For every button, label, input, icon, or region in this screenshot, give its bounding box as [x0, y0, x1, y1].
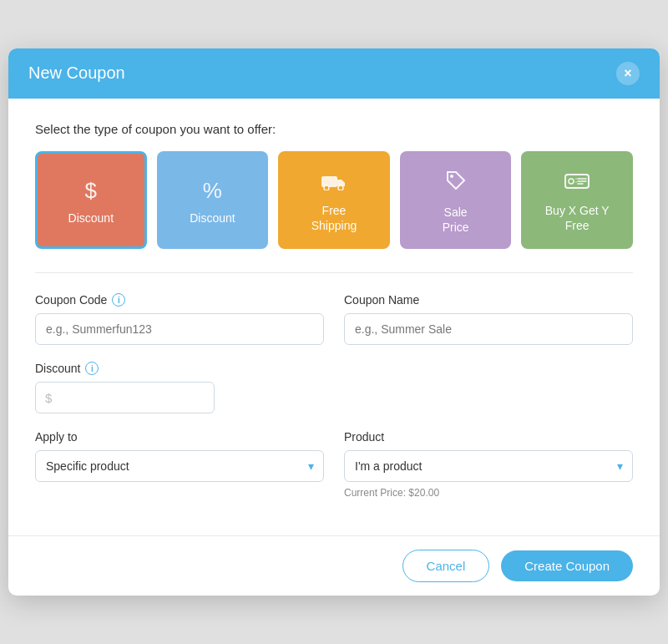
create-coupon-button[interactable]: Create Coupon [501, 550, 633, 581]
card-label-sale: SalePrice [443, 205, 469, 235]
current-price-text: Current Price: $20.00 [344, 487, 633, 499]
coupon-name-label: Coupon Name [344, 293, 633, 307]
coupon-types-row: $ Discount % Discount [35, 151, 633, 249]
discount-label: Discount i [35, 362, 215, 375]
card-label-percent: Discount [190, 210, 235, 226]
shipping-icon [321, 170, 347, 196]
form-row-code-name: Coupon Code i Coupon Name [35, 293, 633, 345]
form-group-coupon-code: Coupon Code i [35, 293, 324, 345]
svg-rect-0 [321, 176, 337, 187]
form-group-apply-to: Apply to Specific product All products S… [35, 430, 324, 499]
cancel-button[interactable]: Cancel [402, 550, 490, 582]
card-label-shipping: FreeShipping [311, 203, 357, 233]
svg-point-2 [338, 185, 343, 190]
coupon-type-card-free-shipping[interactable]: FreeShipping [278, 151, 390, 249]
apply-to-select[interactable]: Specific product All products Specific c… [35, 450, 324, 482]
modal-overlay: New Coupon × Select the type of coupon y… [0, 0, 668, 644]
modal-body: Select the type of coupon you want to of… [8, 99, 660, 535]
coupon-name-input[interactable] [344, 313, 633, 345]
sale-tag-icon [444, 169, 468, 198]
discount-info-icon: i [85, 362, 99, 375]
ticket-icon [564, 170, 590, 196]
svg-point-1 [324, 185, 329, 190]
apply-to-label: Apply to [35, 430, 324, 444]
svg-point-3 [450, 175, 453, 178]
coupon-code-input[interactable] [35, 313, 324, 345]
form-group-coupon-name: Coupon Name [344, 293, 633, 345]
close-button[interactable]: × [616, 62, 640, 85]
coupon-code-label: Coupon Code i [35, 293, 324, 307]
divider-1 [35, 272, 633, 273]
dollar-icon: $ [85, 178, 97, 204]
modal-header: New Coupon × [8, 48, 660, 99]
coupon-code-info-icon: i [112, 293, 125, 307]
coupon-type-card-percent-discount[interactable]: % Discount [157, 151, 269, 249]
product-label: Product [344, 430, 633, 444]
form-row-apply-product: Apply to Specific product All products S… [35, 430, 633, 499]
form-group-discount: Discount i $ [35, 362, 215, 413]
product-select-wrapper: I'm a product ▾ [344, 450, 633, 482]
card-label-buyx: Buy X Get YFree [545, 203, 610, 233]
product-select[interactable]: I'm a product [344, 450, 633, 482]
card-label-dollar: Discount [68, 210, 114, 226]
modal-footer: Cancel Create Coupon [8, 535, 660, 596]
apply-to-select-wrapper: Specific product All products Specific c… [35, 450, 324, 482]
coupon-type-card-buy-x-get-y[interactable]: Buy X Get YFree [521, 151, 633, 249]
coupon-type-card-sale-price[interactable]: SalePrice [400, 151, 512, 249]
form-row-discount: Discount i $ [35, 362, 633, 413]
coupon-type-card-dollar-discount[interactable]: $ Discount [35, 151, 147, 249]
coupon-type-label: Select the type of coupon you want to of… [35, 122, 633, 136]
discount-input[interactable] [35, 382, 215, 413]
modal: New Coupon × Select the type of coupon y… [8, 48, 660, 596]
discount-input-wrapper: $ [35, 382, 215, 413]
percent-icon: % [203, 178, 222, 204]
svg-point-5 [569, 179, 574, 184]
modal-title: New Coupon [28, 63, 125, 83]
form-group-product: Product I'm a product ▾ Current Price: $… [344, 430, 633, 499]
